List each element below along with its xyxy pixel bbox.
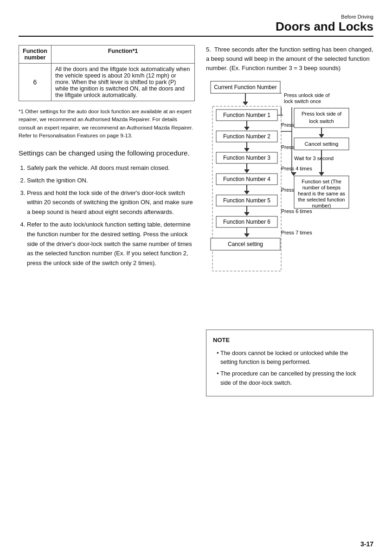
function-set-label1: Function set (The	[302, 179, 341, 184]
note-item-1: The doors cannot be locked or unlocked w…	[220, 349, 366, 367]
step-4: Refer to the auto lock/unlock function s…	[27, 220, 195, 268]
svg-text:lock switch: lock switch	[309, 118, 334, 124]
function-set-label4: the selected function	[298, 197, 345, 202]
col-function: Function*1	[51, 45, 195, 64]
press-lock-label: Press lock side of	[302, 111, 342, 117]
flowchart: Current Function Number Press unlock sid…	[206, 80, 354, 323]
steps-list: Safely park the vehicle. All doors must …	[19, 163, 195, 268]
function-set-label3: heard is the same as	[298, 191, 346, 196]
function-table: Function number Function*1 6 All the doo…	[19, 45, 195, 101]
svg-marker-2	[243, 102, 248, 105]
table-row: 6 All the doors and the liftgate lock au…	[19, 64, 195, 101]
header-title: Doors and Locks	[19, 19, 373, 34]
right-column: 5. Three seconds after the function sett…	[206, 45, 373, 396]
step-2: Switch the ignition ON.	[27, 176, 195, 186]
step-1: Safely park the vehicle. All doors must …	[27, 163, 195, 173]
flowchart-svg: Current Function Number Press unlock sid…	[206, 80, 354, 322]
svg-marker-32	[319, 134, 324, 138]
settings-intro: Settings can be changed using the follow…	[19, 148, 195, 158]
header-subtitle: Before Driving	[19, 14, 373, 19]
press4-label: Press 4 times	[281, 166, 312, 171]
fn2-label: Function Number 2	[223, 133, 270, 140]
note-list: The doors cannot be locked or unlocked w…	[213, 349, 366, 388]
note-box: NOTE The doors cannot be locked or unloc…	[206, 330, 373, 396]
fn6-label: Function Number 6	[223, 219, 270, 225]
press7-label: Press 7 times	[281, 230, 312, 235]
footnote: *1 Other settings for the auto door lock…	[19, 108, 195, 140]
note-title: NOTE	[213, 336, 366, 345]
page-number: 3-17	[360, 540, 373, 548]
svg-marker-35	[319, 172, 324, 176]
fn3-label: Function Number 3	[223, 155, 270, 161]
function-set-label5: number)	[312, 203, 331, 208]
fn4-label: Function Number 4	[223, 176, 270, 182]
current-fn-label: Current Function Number	[214, 84, 276, 91]
function-set-label2: number of beeps	[302, 185, 341, 190]
step5-content: Three seconds after the function setting…	[206, 46, 373, 71]
function-description-cell: All the doors and the liftgate lock auto…	[51, 64, 195, 101]
svg-marker-28	[291, 172, 296, 176]
press-unlock-label: Press unlock side of	[284, 92, 330, 98]
fn5-label: Function Number 5	[223, 197, 270, 204]
col-function-number: Function number	[19, 45, 51, 64]
note-item-2: The procedure can be cancelled by pressi…	[220, 369, 366, 388]
main-content: Function number Function*1 6 All the doo…	[19, 45, 373, 396]
fn1-label: Function Number 1	[223, 112, 270, 118]
wait-label: Wait for 3 second	[294, 155, 334, 161]
page-header: Before Driving Doors and Locks	[19, 14, 373, 37]
page: Before Driving Doors and Locks Function …	[0, 0, 392, 557]
left-column: Function number Function*1 6 All the doo…	[19, 45, 195, 396]
step-3: Press and hold the lock side of the driv…	[27, 188, 195, 217]
press6-label: Press 6 times	[281, 208, 312, 214]
cancel-top-label: Cancel setting	[305, 141, 339, 147]
step5-number: 5.	[206, 46, 214, 53]
step5-text: 5. Three seconds after the function sett…	[206, 45, 373, 73]
press-unlock-label2: lock switch once	[284, 98, 321, 104]
cancel-bottom-label: Cancel setting	[228, 241, 263, 247]
function-number-cell: 6	[19, 64, 51, 101]
